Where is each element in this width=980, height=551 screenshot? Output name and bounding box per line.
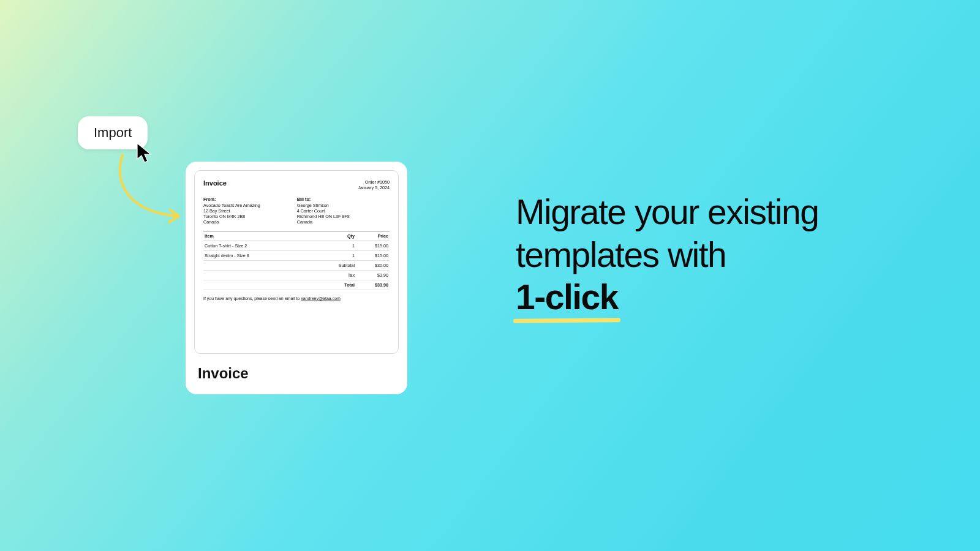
item-name: Straight denim - Size 8: [203, 251, 331, 261]
from-heading: From:: [203, 197, 260, 202]
headline: Migrate your existing templates with 1-c…: [516, 191, 908, 319]
item-price: $15.00: [356, 251, 390, 261]
billto-street: 4 Carter Court: [297, 208, 350, 214]
col-qty: Qty: [331, 231, 356, 241]
invoice-date: January 5, 2024: [358, 185, 390, 190]
table-row: Cotton T-shirt - Size 2 1 $15.00: [203, 241, 390, 251]
item-name: Cotton T-shirt - Size 2: [203, 241, 331, 251]
promo-stage: Import Invoice Order #1050 January 5, 20…: [0, 0, 980, 551]
subtotal-value: $30.00: [361, 263, 388, 268]
invoice-preview: Invoice Order #1050 January 5, 2024 From…: [194, 170, 399, 354]
tax-value: $3.90: [361, 272, 388, 278]
template-card-caption: Invoice: [194, 365, 399, 382]
item-qty: 1: [331, 241, 356, 251]
total-value: $33.90: [361, 282, 388, 288]
from-city: Toronto ON M4K 2B8: [203, 214, 260, 219]
subtotal-label: Subtotal: [324, 263, 355, 268]
col-item: Item: [203, 231, 331, 241]
total-label: Total: [324, 282, 355, 288]
tax-label: Tax: [324, 272, 355, 278]
billto-heading: Bill to:: [297, 197, 350, 202]
invoice-meta: Order #1050 January 5, 2024: [358, 179, 390, 190]
headline-highlight: 1-click: [516, 276, 618, 319]
footnote-text: If you have any questions, please send a…: [203, 296, 301, 301]
headline-line2: templates with: [516, 235, 726, 274]
headline-line1: Migrate your existing: [516, 192, 818, 231]
billto-address: Bill to: George Stimson 4 Carter Court R…: [297, 197, 350, 225]
invoice-title: Invoice: [203, 179, 227, 188]
billto-city: Richmond Hill ON L3F 8F8: [297, 214, 350, 219]
invoice-totals: Subtotal $30.00 Tax $3.90 Total $33.90: [203, 261, 390, 290]
cursor-icon: [136, 142, 153, 164]
from-name: Avocado Toasts Are Amazing: [203, 203, 260, 208]
from-address: From: Avocado Toasts Are Amazing 12 Bay …: [203, 197, 260, 225]
invoice-items-table: Item Qty Price Cotton T-shirt - Size 2 1…: [203, 231, 390, 261]
table-row: Straight denim - Size 8 1 $15.00: [203, 251, 390, 261]
order-number: Order #1050: [358, 179, 390, 185]
item-qty: 1: [331, 251, 356, 261]
billto-country: Canada: [297, 219, 350, 225]
billto-name: George Stimson: [297, 203, 350, 208]
col-price: Price: [356, 231, 390, 241]
item-price: $15.00: [356, 241, 390, 251]
import-button-label: Import: [94, 125, 132, 140]
from-country: Canada: [203, 219, 260, 225]
template-card: Invoice Order #1050 January 5, 2024 From…: [186, 162, 407, 394]
footnote-email: xandreev@ataa.com: [301, 296, 341, 301]
from-street: 12 Bay Street: [203, 208, 260, 214]
invoice-footnote: If you have any questions, please send a…: [203, 296, 390, 302]
